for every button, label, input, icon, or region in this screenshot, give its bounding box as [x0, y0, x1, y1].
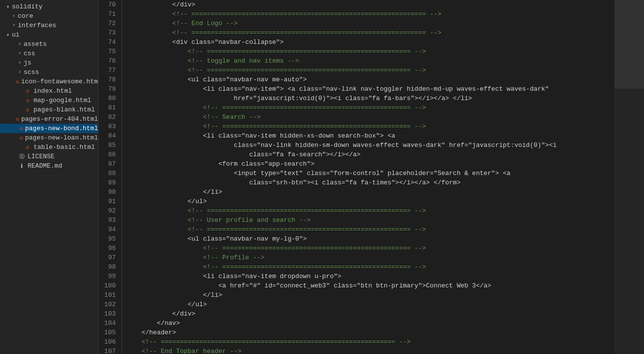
code-line: <!-- ===================================… [122, 66, 614, 75]
line-number: 81 [102, 103, 116, 112]
code-segment: <!-- ===================================… [126, 66, 426, 75]
code-segment: <!-- End Topbar header --> [126, 347, 241, 354]
code-segment: </ul> [126, 197, 207, 206]
code-line: href="javascript:void(0)"><i class="fa f… [122, 94, 614, 103]
arrow-icon [16, 70, 24, 75]
code-segment: <form class="app-search"> [126, 159, 314, 169]
file-icon-html: ◇ [19, 125, 23, 132]
code-segment: </nav> [126, 319, 180, 328]
code-segment: class="srh-btn"><i class="fa fa-times"><… [126, 178, 461, 187]
line-number: 96 [102, 244, 116, 253]
sidebar-item-css[interactable]: css [0, 49, 98, 58]
file-icon-html: ◇ [16, 116, 19, 122]
sidebar-item-label: pages-error-404.html [21, 115, 98, 123]
sidebar-item-pages-blank[interactable]: ◇pages-blank.html [0, 105, 98, 114]
sidebar-item-label: css [24, 50, 35, 57]
sidebar-item-js[interactable]: js [0, 58, 98, 68]
sidebar-item-label: LICENSE [28, 153, 55, 160]
sidebar-item-map-google[interactable]: ◇map-google.html [0, 96, 98, 105]
code-segment: <div class="navbar-collapse"> [126, 37, 284, 47]
line-number: 94 [102, 225, 116, 234]
sidebar-item-core[interactable]: core [0, 11, 98, 21]
line-number: 99 [102, 272, 116, 281]
line-number: 77 [102, 66, 116, 75]
code-segment: </li> [126, 290, 222, 300]
line-number: 88 [102, 169, 116, 178]
file-explorer: soliditycoreinterfacesuiassetscssjsscss◇… [0, 0, 99, 354]
sidebar-item-README[interactable]: ℹREADME.md [0, 161, 98, 171]
code-line: <!-- ===================================… [122, 103, 614, 112]
sidebar-item-index[interactable]: ◇index.html [0, 86, 98, 96]
line-number: 89 [102, 178, 116, 187]
code-line: </nav> [122, 319, 614, 328]
code-segment: </ul> [126, 300, 207, 309]
sidebar-item-LICENSE[interactable]: ⓪LICENSE [0, 152, 98, 161]
arrow-icon [16, 51, 24, 56]
sidebar-item-label: table-basic.html [34, 143, 95, 151]
code-line: </ul> [122, 197, 614, 206]
code-segment: <!-- ===================================… [126, 337, 410, 347]
sidebar-item-label: core [18, 12, 33, 20]
code-segment: href="javascript:void(0)"><i class="fa f… [126, 94, 472, 103]
code-line: </ul> [122, 300, 614, 309]
code-segment: <!-- ===================================… [126, 28, 441, 37]
code-segment: <!-- Profile --> [126, 253, 265, 262]
code-line: </li> [122, 187, 614, 197]
arrow-icon [16, 41, 24, 47]
arrow-icon [10, 23, 18, 28]
code-line: <!-- ===================================… [122, 225, 614, 234]
code-segment: <!-- ===================================… [126, 47, 426, 56]
sidebar-item-interfaces[interactable]: interfaces [0, 21, 98, 30]
sidebar-item-label: pages-new-bond.html [25, 125, 98, 132]
root-label: solidity [12, 3, 42, 10]
line-number: 93 [102, 215, 116, 225]
code-line: <!-- toggle and nav items --> [122, 56, 614, 66]
code-segment: <ul class="navbar-nav my-lg-0"> [126, 234, 307, 244]
sidebar-item-pages-new-bond[interactable]: ◇pages-new-bond.html [0, 124, 98, 133]
line-number: 90 [102, 187, 116, 197]
code-segment: class="fa fa-search"></i></a> [126, 150, 361, 159]
code-segment: <!-- ===================================… [126, 9, 441, 19]
line-number: 85 [102, 141, 116, 150]
line-number: 87 [102, 159, 116, 169]
code-segment: <input type="text" class="form-control" … [126, 169, 510, 178]
code-segment: <!-- ===================================… [126, 262, 426, 272]
sidebar-item-label: scss [24, 69, 39, 76]
sidebar-item-scss[interactable]: scss [0, 68, 98, 77]
code-line: </div> [122, 309, 614, 319]
line-number: 103 [102, 309, 116, 319]
code-segment: <li class="nav-item"> <a class="nav-link… [126, 84, 549, 94]
sidebar-item-label: pages-new-loan.html [25, 134, 98, 142]
line-number: 104 [102, 319, 116, 328]
line-number: 73 [102, 28, 116, 37]
sidebar-item-label: assets [24, 40, 47, 48]
sidebar-item-pages-error-404[interactable]: ◇pages-error-404.html [0, 114, 98, 124]
line-number: 92 [102, 206, 116, 215]
sidebar-item-pages-new-loan[interactable]: ◇pages-new-loan.html [0, 133, 98, 142]
line-number: 75 [102, 47, 116, 56]
code-segment: <!-- User profile and search --> [126, 215, 310, 225]
line-number: 80 [102, 94, 116, 103]
line-number: 95 [102, 234, 116, 244]
sidebar-item-label: map-google.html [34, 97, 91, 104]
sidebar-item-ui[interactable]: ui [0, 30, 98, 39]
code-segment: <!-- End Logo --> [126, 19, 237, 28]
code-line: class="srh-btn"><i class="fa fa-times"><… [122, 178, 614, 187]
minimap [614, 0, 644, 354]
code-line: <!-- End Logo --> [122, 19, 614, 28]
code-segment: <a href="#" id="connect_web3" class="btn… [126, 281, 491, 290]
minimap-viewport[interactable] [614, 0, 644, 89]
sidebar-item-assets[interactable]: assets [0, 39, 98, 49]
code-line: <!-- ===================================… [122, 206, 614, 215]
code-segment: </li> [126, 187, 222, 197]
arrow-icon [4, 32, 12, 38]
line-number: 78 [102, 75, 116, 84]
sidebar-item-table-basic[interactable]: ◇table-basic.html [0, 142, 98, 152]
sidebar-item-icon-fontawesome[interactable]: ◇icon-fontawesome.html [0, 77, 98, 86]
code-line: <!-- ===================================… [122, 9, 614, 19]
code-line: <!-- End Topbar header --> [122, 347, 614, 354]
file-icon-html: ◇ [24, 144, 32, 150]
code-line: <!-- ===================================… [122, 262, 614, 272]
code-content[interactable]: </div> <!-- ============================… [122, 0, 614, 354]
code-segment: <ul class="navbar-nav me-auto"> [126, 75, 307, 84]
